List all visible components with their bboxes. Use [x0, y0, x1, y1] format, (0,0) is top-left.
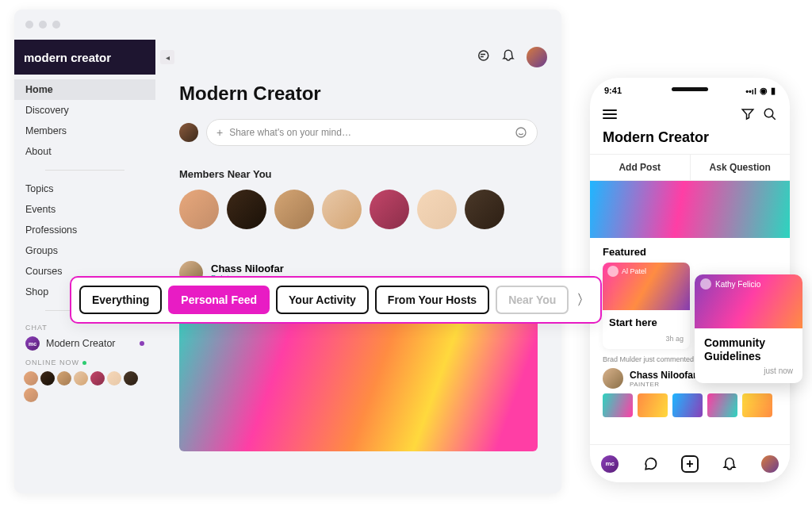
post-author-name: Chass Niloofar [630, 370, 697, 381]
profile-tab-icon[interactable] [761, 455, 779, 473]
phone-page-title: Modern Creator [590, 128, 790, 154]
online-user[interactable] [24, 388, 38, 402]
floating-card[interactable]: Kathy Felicio Community Guidelines just … [695, 274, 802, 383]
svg-point-0 [516, 128, 526, 137]
chat-item[interactable]: mc Modern Creator [14, 333, 155, 354]
phone-thumbnails [590, 393, 790, 417]
sidebar-item-topics[interactable]: Topics [14, 178, 155, 199]
composer-avatar[interactable] [179, 123, 198, 142]
featured-label: Featured [590, 238, 790, 263]
ask-question-button[interactable]: Ask Question [691, 155, 791, 180]
phone-notch [650, 78, 730, 95]
card-title: Start here [603, 310, 690, 335]
traffic-close[interactable] [25, 21, 33, 29]
signal-icon: ••ıl [745, 86, 756, 96]
online-section-label: ONLINE NOW [14, 354, 155, 368]
messages-icon[interactable] [476, 48, 490, 66]
traffic-maximize[interactable] [52, 21, 60, 29]
emoji-icon[interactable] [515, 126, 527, 139]
sidebar-item-professions[interactable]: Professions [14, 220, 155, 240]
post-avatar [603, 368, 623, 389]
online-dot-icon [82, 361, 86, 365]
bell-icon[interactable] [501, 48, 515, 66]
feed-tab-near[interactable]: Near You [496, 286, 569, 314]
online-user[interactable] [124, 371, 138, 386]
bell-tab-icon[interactable] [721, 455, 738, 473]
top-bar: modern creator ◂ [14, 40, 561, 75]
unread-dot-icon [140, 341, 144, 346]
phone-hero-image[interactable] [590, 181, 790, 238]
phone-tabbar: mc + [590, 444, 790, 482]
post-author-role: PAINTER [630, 381, 697, 388]
feed-tabs: Everything Personal Feed Your Activity F… [70, 276, 602, 324]
thumbnail[interactable] [672, 393, 703, 417]
member-avatar[interactable] [465, 190, 504, 229]
card-title: Community Guidelines [695, 328, 802, 366]
chevron-right-icon[interactable]: 〉 [575, 290, 592, 309]
home-tab-icon[interactable]: mc [601, 455, 619, 473]
card-author: Kathy Felicio [700, 278, 760, 290]
traffic-minimize[interactable] [39, 21, 47, 29]
browser-chrome [14, 10, 561, 40]
sidebar-item-members[interactable]: Members [14, 121, 155, 141]
add-post-button[interactable]: Add Post [590, 155, 691, 180]
brand-logo[interactable]: modern creator [14, 40, 155, 75]
member-avatar[interactable] [274, 190, 314, 229]
member-avatar[interactable] [179, 190, 219, 229]
feed-tab-everything[interactable]: Everything [79, 286, 162, 314]
filter-icon[interactable] [741, 107, 755, 121]
svg-point-1 [764, 109, 773, 117]
thumbnail[interactable] [742, 393, 772, 417]
divider [45, 170, 124, 171]
online-user[interactable] [57, 371, 71, 386]
composer-input[interactable]: + Share what's on your mind… [206, 119, 538, 146]
feed-tab-personal[interactable]: Personal Feed [168, 286, 270, 314]
battery-icon: ▮ [771, 86, 776, 96]
chat-item-label: Modern Creator [46, 338, 116, 349]
thumbnail[interactable] [707, 393, 737, 417]
thumbnail[interactable] [603, 393, 633, 417]
member-avatar[interactable] [322, 190, 362, 229]
card-time: just now [695, 366, 802, 383]
page-title: Modern Creator [179, 82, 538, 105]
phone-time: 9:41 [604, 86, 622, 96]
card-time: 3h ag [603, 335, 690, 349]
members-near-title: Members Near You [179, 168, 538, 180]
featured-card[interactable]: Al Patel Start here 3h ag [603, 263, 690, 349]
composer-placeholder: Share what's on your mind… [229, 127, 351, 138]
plus-icon: + [216, 126, 223, 139]
sidebar-item-home[interactable]: Home [14, 79, 155, 100]
sidebar-collapse-button[interactable]: ◂ [160, 50, 174, 64]
composer: + Share what's on your mind… [179, 119, 538, 146]
online-user[interactable] [24, 371, 38, 386]
feed-tab-activity[interactable]: Your Activity [276, 286, 369, 314]
sidebar-item-events[interactable]: Events [14, 199, 155, 220]
sidebar-item-about[interactable]: About [14, 141, 155, 162]
card-author-avatar-icon [607, 266, 619, 277]
sidebar-item-discovery[interactable]: Discovery [14, 100, 155, 121]
card-author-avatar-icon [700, 278, 711, 290]
member-avatar[interactable] [417, 190, 457, 229]
search-icon[interactable] [763, 107, 777, 121]
online-users-row [14, 368, 155, 405]
card-author: Al Patel [607, 266, 646, 277]
wifi-icon: ◉ [760, 86, 768, 96]
feed-tab-hosts[interactable]: From Your Hosts [375, 286, 489, 314]
online-user[interactable] [74, 371, 88, 386]
member-avatar[interactable] [370, 190, 409, 229]
member-avatar[interactable] [227, 190, 266, 229]
chat-badge-icon: mc [25, 336, 40, 351]
members-near-row [179, 190, 538, 229]
chat-tab-icon[interactable] [642, 455, 659, 473]
desktop-window: modern creator ◂ Home Discovery Members … [14, 10, 561, 493]
online-user[interactable] [40, 371, 55, 386]
thumbnail[interactable] [638, 393, 668, 417]
post-author-name[interactable]: Chass Niloofar [211, 263, 284, 274]
add-tab-icon[interactable]: + [681, 455, 699, 473]
hamburger-icon[interactable] [603, 107, 617, 121]
sidebar-item-groups[interactable]: Groups [14, 240, 155, 261]
user-avatar[interactable] [527, 47, 547, 67]
online-user[interactable] [90, 371, 105, 386]
online-user[interactable] [107, 371, 121, 386]
